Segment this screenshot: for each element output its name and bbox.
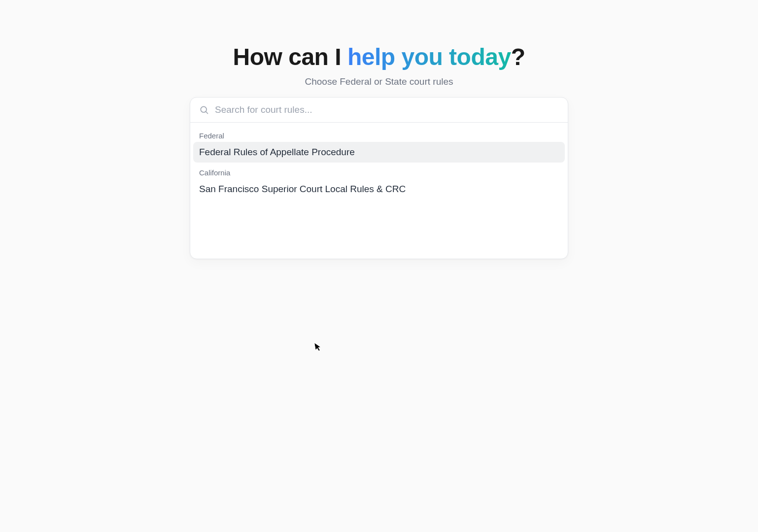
result-item-sf-superior[interactable]: San Francisco Superior Court Local Rules… <box>193 179 565 200</box>
search-input[interactable] <box>215 104 559 115</box>
group-label-federal: Federal <box>193 126 565 142</box>
page-subtitle: Choose Federal or State court rules <box>305 76 453 87</box>
result-item-federal-appellate[interactable]: Federal Rules of Appellate Procedure <box>193 142 565 163</box>
heading-suffix: ? <box>511 44 525 70</box>
svg-line-1 <box>206 112 208 114</box>
group-label-california: California <box>193 163 565 179</box>
results-list: Federal Federal Rules of Appellate Proce… <box>190 123 568 259</box>
heading-gradient: help you today <box>347 44 511 70</box>
search-icon <box>199 105 209 115</box>
search-row <box>190 98 568 123</box>
search-panel: Federal Federal Rules of Appellate Proce… <box>190 97 568 259</box>
heading-prefix: How can I <box>233 44 347 70</box>
cursor-icon <box>314 342 323 354</box>
page-heading: How can I help you today? <box>233 43 525 70</box>
